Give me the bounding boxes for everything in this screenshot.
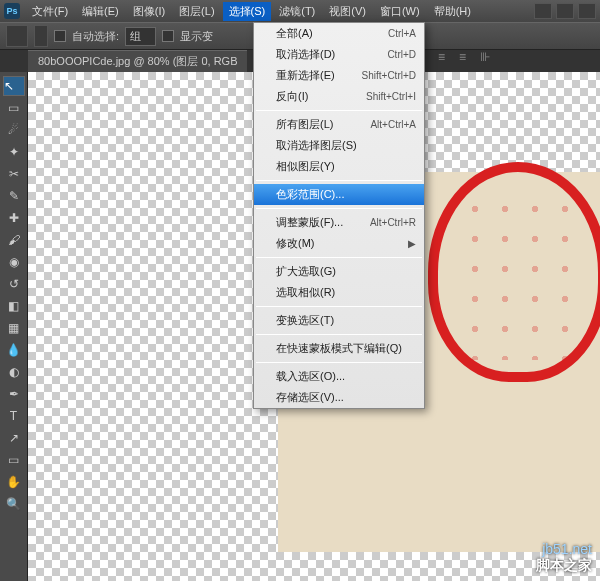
menu-item-label: 全部(A) — [276, 26, 313, 41]
blur-tool[interactable]: 💧 — [3, 340, 25, 360]
menu-item-label: 修改(M) — [276, 236, 315, 251]
pen-tool[interactable]: ✒ — [3, 384, 25, 404]
menu-item-label: 反向(I) — [276, 89, 308, 104]
menu-dropdown-item[interactable]: 全部(A)Ctrl+A — [254, 23, 424, 44]
select-menu-dropdown: 全部(A)Ctrl+A取消选择(D)Ctrl+D重新选择(E)Shift+Ctr… — [253, 22, 425, 409]
submenu-arrow-icon: ▶ — [408, 238, 416, 249]
seal-graphic — [428, 162, 600, 382]
menu-dropdown-item[interactable]: 变换选区(T) — [254, 310, 424, 331]
menu-item-label: 相似图层(Y) — [276, 159, 335, 174]
eyedropper-tool[interactable]: ✎ — [3, 186, 25, 206]
auto-select-checkbox[interactable] — [54, 30, 66, 42]
menu-item-label: 载入选区(O)... — [276, 369, 345, 384]
watermark-text: 脚本之家 — [536, 557, 592, 575]
gradient-tool[interactable]: ▦ — [3, 318, 25, 338]
show-transform-label: 显示变 — [180, 29, 213, 44]
title-bar: Ps 文件(F)编辑(E)图像(I)图层(L)选择(S)滤镜(T)视图(V)窗口… — [0, 0, 600, 22]
menu-item-label: 扩大选取(G) — [276, 264, 336, 279]
menu-item-label: 重新选择(E) — [276, 68, 335, 83]
menu-item[interactable]: 图层(L) — [173, 2, 220, 21]
path-tool[interactable]: ↗ — [3, 428, 25, 448]
menu-item-label: 取消选择图层(S) — [276, 138, 357, 153]
shape-tool[interactable]: ▭ — [3, 450, 25, 470]
history-brush-tool[interactable]: ↺ — [3, 274, 25, 294]
crop-tool[interactable]: ✂ — [3, 164, 25, 184]
menu-item-label: 存储选区(V)... — [276, 390, 344, 405]
arrange-button[interactable] — [578, 3, 596, 19]
menu-separator — [256, 110, 422, 111]
menu-item-label: 所有图层(L) — [276, 117, 333, 132]
menu-dropdown-item[interactable]: 反向(I)Shift+Ctrl+I — [254, 86, 424, 107]
wand-tool[interactable]: ✦ — [3, 142, 25, 162]
menu-bar: 文件(F)编辑(E)图像(I)图层(L)选择(S)滤镜(T)视图(V)窗口(W)… — [26, 2, 477, 21]
menu-item[interactable]: 图像(I) — [127, 2, 171, 21]
eraser-tool[interactable]: ◧ — [3, 296, 25, 316]
menu-dropdown-item[interactable]: 调整蒙版(F)...Alt+Ctrl+R — [254, 212, 424, 233]
menu-item-label: 调整蒙版(F)... — [276, 215, 343, 230]
type-tool[interactable]: T — [3, 406, 25, 426]
menu-shortcut: Alt+Ctrl+A — [370, 119, 416, 130]
menu-item-label: 选取相似(R) — [276, 285, 335, 300]
tool-preset-dropdown[interactable] — [34, 25, 48, 47]
align-icon[interactable]: ≡ — [459, 50, 466, 64]
auto-select-label: 自动选择: — [72, 29, 119, 44]
menu-dropdown-item[interactable]: 重新选择(E)Shift+Ctrl+D — [254, 65, 424, 86]
brush-tool[interactable]: 🖌 — [3, 230, 25, 250]
menu-shortcut: Ctrl+A — [388, 28, 416, 39]
watermark-url: jb51.net — [536, 541, 592, 557]
menu-dropdown-item[interactable]: 取消选择图层(S) — [254, 135, 424, 156]
menu-item-label: 取消选择(D) — [276, 47, 335, 62]
menu-shortcut: Ctrl+D — [387, 49, 416, 60]
menu-separator — [256, 334, 422, 335]
menu-separator — [256, 306, 422, 307]
align-icon[interactable]: ≡ — [438, 50, 445, 64]
menu-shortcut: Shift+Ctrl+D — [362, 70, 416, 81]
lasso-tool[interactable]: ☄ — [3, 120, 25, 140]
align-icons: ≡ ≡ ≡ ⊪ — [417, 50, 490, 64]
menu-dropdown-item[interactable]: 所有图层(L)Alt+Ctrl+A — [254, 114, 424, 135]
menu-dropdown-item[interactable]: 载入选区(O)... — [254, 366, 424, 387]
tool-preset-icon[interactable] — [6, 25, 28, 47]
align-icon[interactable]: ⊪ — [480, 50, 490, 64]
menu-dropdown-item[interactable]: 在快速蒙板模式下编辑(Q) — [254, 338, 424, 359]
menu-item[interactable]: 文件(F) — [26, 2, 74, 21]
menu-item[interactable]: 视图(V) — [323, 2, 372, 21]
menu-item[interactable]: 滤镜(T) — [273, 2, 321, 21]
menu-dropdown-item[interactable]: 色彩范围(C)... — [254, 184, 424, 205]
menu-shortcut: Alt+Ctrl+R — [370, 217, 416, 228]
app-logo: Ps — [4, 3, 20, 19]
menu-item[interactable]: 帮助(H) — [428, 2, 477, 21]
menu-dropdown-item[interactable]: 扩大选取(G) — [254, 261, 424, 282]
menu-separator — [256, 362, 422, 363]
menu-dropdown-item[interactable]: 存储选区(V)... — [254, 387, 424, 408]
stamp-tool[interactable]: ◉ — [3, 252, 25, 272]
menu-dropdown-item[interactable]: 取消选择(D)Ctrl+D — [254, 44, 424, 65]
auto-select-dropdown[interactable]: 组 — [125, 27, 156, 46]
menu-item[interactable]: 选择(S) — [223, 2, 272, 21]
menu-item-label: 在快速蒙板模式下编辑(Q) — [276, 341, 402, 356]
workspace-button[interactable] — [534, 3, 552, 19]
marquee-tool[interactable]: ▭ — [3, 98, 25, 118]
menu-item[interactable]: 编辑(E) — [76, 2, 125, 21]
menu-shortcut: Shift+Ctrl+I — [366, 91, 416, 102]
menu-dropdown-item[interactable]: 选取相似(R) — [254, 282, 424, 303]
menu-item-label: 变换选区(T) — [276, 313, 334, 328]
heal-tool[interactable]: ✚ — [3, 208, 25, 228]
titlebar-right — [534, 3, 596, 19]
watermark: jb51.net 脚本之家 — [536, 541, 592, 575]
menu-separator — [256, 208, 422, 209]
zoom-tool[interactable]: 🔍 — [3, 494, 25, 514]
move-tool[interactable]: ↖ — [3, 76, 25, 96]
toolbox: ↖▭☄✦✂✎✚🖌◉↺◧▦💧◐✒T↗▭✋🔍 — [0, 72, 28, 581]
document-tab[interactable]: 80bOOOPICde.jpg @ 80% (图层 0, RGB — [28, 50, 247, 72]
screen-mode-button[interactable] — [556, 3, 574, 19]
menu-item[interactable]: 窗口(W) — [374, 2, 426, 21]
menu-separator — [256, 257, 422, 258]
dodge-tool[interactable]: ◐ — [3, 362, 25, 382]
menu-dropdown-item[interactable]: 修改(M)▶ — [254, 233, 424, 254]
menu-separator — [256, 180, 422, 181]
menu-dropdown-item[interactable]: 相似图层(Y) — [254, 156, 424, 177]
show-transform-checkbox[interactable] — [162, 30, 174, 42]
hand-tool[interactable]: ✋ — [3, 472, 25, 492]
menu-item-label: 色彩范围(C)... — [276, 187, 344, 202]
